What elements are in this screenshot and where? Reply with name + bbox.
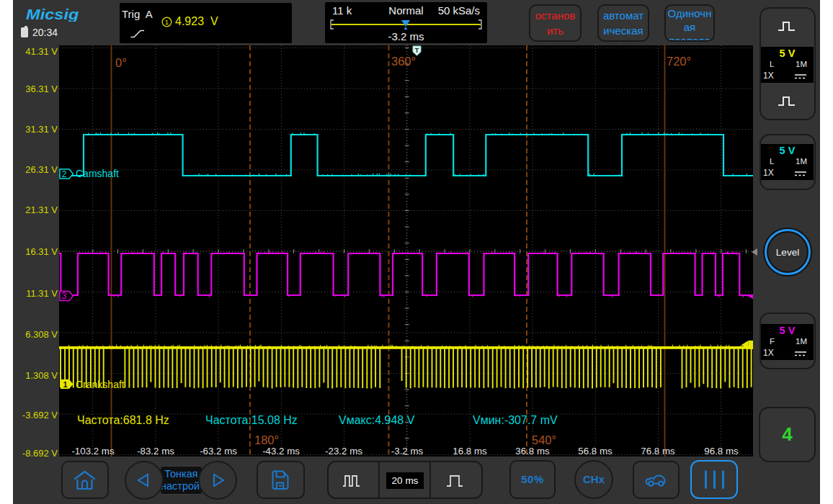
svg-text:T: T: [415, 47, 419, 54]
svg-text:1: 1: [165, 18, 169, 26]
svg-text:720°: 720°: [667, 55, 691, 68]
svg-text:360°: 360°: [391, 55, 416, 68]
svg-text:0°: 0°: [115, 56, 127, 69]
svg-text:Crankshaft: Crankshaft: [76, 379, 125, 390]
svg-text:3: 3: [62, 291, 67, 301]
svg-text:2: 2: [62, 169, 67, 179]
svg-text:540°: 540°: [532, 433, 556, 446]
svg-text:180°: 180°: [254, 433, 279, 446]
svg-text:1: 1: [63, 380, 67, 389]
svg-text:Camshaft: Camshaft: [76, 168, 119, 179]
